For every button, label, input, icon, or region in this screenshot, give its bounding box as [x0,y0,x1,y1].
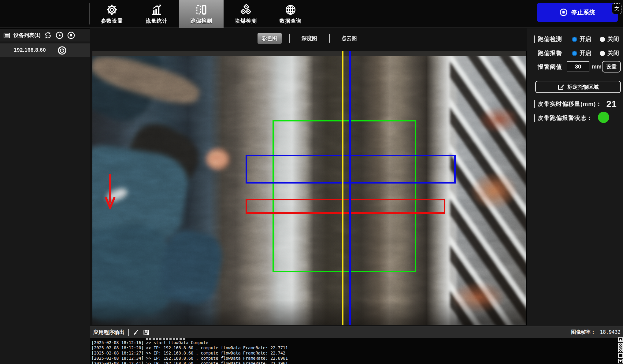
tab-flow-statistics[interactable]: 流量统计 [134,0,179,28]
belt-centerline-blue [349,51,351,325]
alarm-off-radio[interactable] [600,51,605,56]
calibrate-pencil-icon [558,83,565,91]
log-line: [2025-02-08 18:12:41] >> IP: 192.168.8.6… [91,361,618,364]
tab-separator [329,34,330,43]
scroll-up-button[interactable] [618,337,623,342]
alarm-on-radio[interactable] [572,51,577,56]
tab-color-image[interactable]: 彩色图 [258,33,282,44]
app-output-label: 应用程序输出 [93,329,124,336]
calibrate-roller-label: 标定托辊区域 [568,84,599,91]
flow-stats-icon [150,4,163,16]
deviation-alarm-label: 跑偏报警 [538,49,562,57]
alarm-threshold-input[interactable] [567,61,589,72]
camera-color-image [92,51,527,325]
clear-log-icon[interactable] [132,329,139,336]
alarm-threshold-unit: mm [592,64,602,70]
belt-offset-value: 21 [606,99,616,109]
device-ip: 192.168.8.60 [14,47,46,53]
detect-off-radio[interactable] [600,37,605,42]
partial-log-line [146,338,186,340]
save-log-icon[interactable] [143,329,150,336]
deviation-icon [195,4,207,16]
photo-bottom-shade [92,300,526,325]
tab-label: 参数设置 [101,17,123,24]
device-list-actions [44,31,87,39]
tab-pointcloud-image[interactable]: 点云图 [337,33,361,44]
stop-system-label: 停止系统 [571,9,595,17]
tab-depth-image[interactable]: 深度图 [297,33,321,44]
log-line: [2025-02-08 18:12:20] >> IP: 192.168.8.6… [91,345,618,351]
photo-top-frame [92,51,526,56]
device-power-icon[interactable] [57,46,67,56]
detection-band-overlay-red [246,199,445,214]
alarm-threshold-row: 报警阈值 mm 设置 [527,63,623,71]
refresh-devices-icon[interactable] [44,31,52,39]
top-toolbar: 参数设置 流量统计 [0,0,623,28]
device-sidebar: 设备列表(1) [0,28,90,364]
log-line: [2025-02-08 18:12:27] >> IP: 192.168.8.6… [91,351,618,356]
translate-badge-glyph: 文 [614,6,619,12]
stop-all-icon[interactable] [67,31,75,39]
device-list-header: 设备列表(1) [0,28,90,42]
app-window: 参数设置 流量统计 [0,0,623,364]
tab-separator [289,34,290,43]
tab-label: 流量统计 [146,17,168,24]
belt-alarm-status-label: 皮带跑偏报警状态： [538,114,593,122]
threshold-set-button[interactable]: 设置 [602,61,621,72]
log-line: [2025-02-08 18:12:16] >> start flowData … [91,340,618,345]
device-list-title: 设备列表(1) [13,32,41,39]
scroll-down-button[interactable] [618,359,623,363]
device-row[interactable]: 192.168.8.60 [0,43,90,57]
belt-offset-label: 皮带实时偏移量(mm)： [538,100,602,108]
deviation-alarm-row: 跑偏报警 开启 关闭 [527,49,623,57]
deviation-control-panel: 跑偏检测 开启 关闭 跑偏报警 开启 关闭 报警阈值 mm 设置 [527,28,623,326]
detect-on-label[interactable]: 开启 [580,35,591,43]
reference-centerline-yellow [342,51,343,325]
section-marker [534,35,535,43]
stop-system-button[interactable]: 停止系统 [537,3,618,22]
application-log: [2025-02-08 18:12:16] >> start flowData … [90,338,618,364]
tab-label: 数据查询 [280,17,302,24]
stop-system-icon [559,8,568,17]
globe-icon [284,4,297,16]
device-list-icon [3,32,10,39]
tab-label: 块煤检测 [235,17,257,24]
tab-deviation-detection[interactable]: 跑偏检测 [179,0,224,28]
framerate-label: 图像帧率： [571,329,596,336]
framerate-group: 图像帧率： 18.9432 [571,329,621,336]
belt-direction-arrow [104,173,116,210]
start-all-icon[interactable] [55,31,64,39]
section-marker [534,114,535,122]
framerate-value: 18.9432 [600,329,621,335]
translate-badge-icon[interactable]: 文 [612,3,621,14]
belt-offset-row: 皮带实时偏移量(mm)： 21 [527,99,623,109]
section-marker [534,100,535,108]
calibrate-roller-button[interactable]: 标定托辊区域 [535,81,621,93]
tab-data-query[interactable]: 数据查询 [268,0,313,28]
alarm-status-indicator [598,112,609,123]
detect-off-label[interactable]: 关闭 [607,35,619,43]
tab-coal-detection[interactable]: 块煤检测 [224,0,268,28]
status-bar: 应用程序输出 图像帧率： 18.9432 [90,326,623,338]
log-scrollbar [618,337,623,364]
deviation-detect-label: 跑偏检测 [538,35,562,43]
gear-icon [106,4,118,16]
image-view-tabs: 彩色图 深度图 点云图 [92,31,527,45]
deviation-detect-row: 跑偏检测 开启 关闭 [527,35,623,43]
coal-icon [240,4,252,16]
belt-alarm-status-row: 皮带跑偏报警状态： [527,114,623,122]
log-line: [2025-02-08 18:12:34] >> IP: 192.168.8.6… [91,356,618,361]
alarm-threshold-label: 报警阈值 [538,63,562,71]
scrollbar-thumb[interactable] [618,343,623,352]
scrollbar-track-box[interactable] [618,353,623,358]
detect-on-radio[interactable] [572,37,577,42]
tab-parameter-settings[interactable]: 参数设置 [90,0,134,28]
alarm-off-label[interactable]: 关闭 [607,49,619,57]
statusbar-divider [128,329,129,336]
alarm-on-label[interactable]: 开启 [580,49,591,57]
tab-label: 跑偏检测 [190,17,212,24]
toolbar-buttons: 参数设置 流量统计 [90,0,313,28]
roller-region-overlay-green [273,120,416,273]
